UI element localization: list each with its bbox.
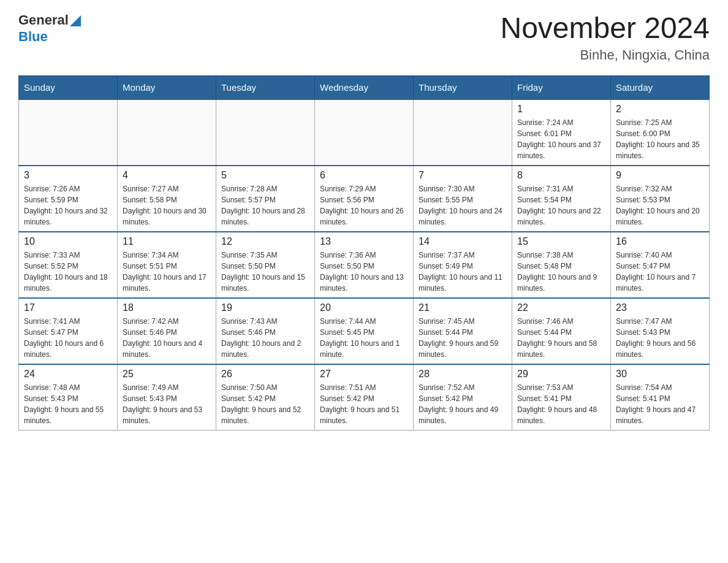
day-info: Sunrise: 7:35 AM Sunset: 5:50 PM Dayligh…: [221, 250, 309, 294]
day-number: 11: [123, 236, 211, 247]
day-info: Sunrise: 7:42 AM Sunset: 5:46 PM Dayligh…: [123, 316, 211, 360]
day-number: 29: [517, 369, 605, 380]
day-number: 4: [123, 170, 211, 181]
day-number: 28: [419, 369, 507, 380]
location-title: Binhe, Ningxia, China: [500, 47, 710, 63]
calendar-cell: 24Sunrise: 7:48 AM Sunset: 5:43 PM Dayli…: [19, 364, 118, 431]
calendar-cell: 13Sunrise: 7:36 AM Sunset: 5:50 PM Dayli…: [315, 232, 414, 298]
calendar-cell: 7Sunrise: 7:30 AM Sunset: 5:55 PM Daylig…: [414, 166, 512, 232]
day-info: Sunrise: 7:31 AM Sunset: 5:54 PM Dayligh…: [517, 183, 605, 228]
day-info: Sunrise: 7:34 AM Sunset: 5:51 PM Dayligh…: [123, 250, 211, 294]
day-info: Sunrise: 7:26 AM Sunset: 5:59 PM Dayligh…: [24, 183, 112, 228]
day-number: 27: [320, 369, 408, 380]
day-info: Sunrise: 7:51 AM Sunset: 5:42 PM Dayligh…: [320, 382, 408, 426]
day-number: 9: [616, 170, 704, 181]
calendar-cell: [118, 99, 216, 166]
day-info: Sunrise: 7:30 AM Sunset: 5:55 PM Dayligh…: [419, 183, 507, 228]
day-info: Sunrise: 7:25 AM Sunset: 6:00 PM Dayligh…: [616, 117, 704, 161]
day-number: 10: [24, 236, 112, 247]
day-info: Sunrise: 7:24 AM Sunset: 6:01 PM Dayligh…: [517, 117, 605, 161]
week-row-2: 3Sunrise: 7:26 AM Sunset: 5:59 PM Daylig…: [19, 166, 710, 232]
calendar-cell: 9Sunrise: 7:32 AM Sunset: 5:53 PM Daylig…: [611, 166, 710, 232]
day-number: 25: [123, 369, 211, 380]
day-info: Sunrise: 7:38 AM Sunset: 5:48 PM Dayligh…: [517, 250, 605, 294]
day-number: 7: [419, 170, 507, 181]
svg-marker-0: [70, 15, 81, 26]
day-number: 21: [419, 302, 507, 313]
logo: General Blue: [18, 12, 81, 45]
day-number: 15: [517, 236, 605, 247]
calendar-cell: 17Sunrise: 7:41 AM Sunset: 5:47 PM Dayli…: [19, 298, 118, 364]
col-thursday: Thursday: [414, 75, 512, 99]
day-number: 5: [221, 170, 309, 181]
logo-text-blue: Blue: [18, 29, 48, 44]
day-number: 14: [419, 236, 507, 247]
calendar-cell: [19, 99, 118, 166]
day-info: Sunrise: 7:49 AM Sunset: 5:43 PM Dayligh…: [123, 382, 211, 426]
day-info: Sunrise: 7:54 AM Sunset: 5:41 PM Dayligh…: [616, 382, 704, 426]
day-info: Sunrise: 7:43 AM Sunset: 5:46 PM Dayligh…: [221, 316, 309, 360]
calendar-cell: 12Sunrise: 7:35 AM Sunset: 5:50 PM Dayli…: [216, 232, 315, 298]
calendar-header-row: Sunday Monday Tuesday Wednesday Thursday…: [19, 75, 710, 99]
day-info: Sunrise: 7:40 AM Sunset: 5:47 PM Dayligh…: [616, 250, 704, 294]
day-info: Sunrise: 7:52 AM Sunset: 5:42 PM Dayligh…: [419, 382, 507, 426]
calendar-cell: 6Sunrise: 7:29 AM Sunset: 5:56 PM Daylig…: [315, 166, 414, 232]
calendar-cell: 1Sunrise: 7:24 AM Sunset: 6:01 PM Daylig…: [512, 99, 611, 166]
day-number: 8: [517, 170, 605, 181]
week-row-5: 24Sunrise: 7:48 AM Sunset: 5:43 PM Dayli…: [19, 364, 710, 431]
calendar-cell: 22Sunrise: 7:46 AM Sunset: 5:44 PM Dayli…: [512, 298, 611, 364]
week-row-1: 1Sunrise: 7:24 AM Sunset: 6:01 PM Daylig…: [19, 99, 710, 166]
calendar-cell: 18Sunrise: 7:42 AM Sunset: 5:46 PM Dayli…: [118, 298, 216, 364]
week-row-4: 17Sunrise: 7:41 AM Sunset: 5:47 PM Dayli…: [19, 298, 710, 364]
calendar-cell: 26Sunrise: 7:50 AM Sunset: 5:42 PM Dayli…: [216, 364, 315, 431]
day-info: Sunrise: 7:32 AM Sunset: 5:53 PM Dayligh…: [616, 183, 704, 228]
day-info: Sunrise: 7:48 AM Sunset: 5:43 PM Dayligh…: [24, 382, 112, 426]
col-tuesday: Tuesday: [216, 75, 315, 99]
day-number: 17: [24, 302, 112, 313]
calendar-cell: 4Sunrise: 7:27 AM Sunset: 5:58 PM Daylig…: [118, 166, 216, 232]
day-info: Sunrise: 7:53 AM Sunset: 5:41 PM Dayligh…: [517, 382, 605, 426]
day-info: Sunrise: 7:46 AM Sunset: 5:44 PM Dayligh…: [517, 316, 605, 360]
week-row-3: 10Sunrise: 7:33 AM Sunset: 5:52 PM Dayli…: [19, 232, 710, 298]
calendar-cell: 20Sunrise: 7:44 AM Sunset: 5:45 PM Dayli…: [315, 298, 414, 364]
calendar-cell: 29Sunrise: 7:53 AM Sunset: 5:41 PM Dayli…: [512, 364, 611, 431]
calendar-cell: 10Sunrise: 7:33 AM Sunset: 5:52 PM Dayli…: [19, 232, 118, 298]
day-number: 12: [221, 236, 309, 247]
day-number: 24: [24, 369, 112, 380]
day-number: 3: [24, 170, 112, 181]
day-number: 30: [616, 369, 704, 380]
calendar-cell: 8Sunrise: 7:31 AM Sunset: 5:54 PM Daylig…: [512, 166, 611, 232]
day-info: Sunrise: 7:33 AM Sunset: 5:52 PM Dayligh…: [24, 250, 112, 294]
calendar-cell: [216, 99, 315, 166]
day-number: 2: [616, 104, 704, 115]
calendar-cell: 14Sunrise: 7:37 AM Sunset: 5:49 PM Dayli…: [414, 232, 512, 298]
calendar-cell: 21Sunrise: 7:45 AM Sunset: 5:44 PM Dayli…: [414, 298, 512, 364]
month-title: November 2024: [500, 12, 710, 45]
day-number: 18: [123, 302, 211, 313]
day-number: 13: [320, 236, 408, 247]
calendar-cell: 11Sunrise: 7:34 AM Sunset: 5:51 PM Dayli…: [118, 232, 216, 298]
calendar-cell: 30Sunrise: 7:54 AM Sunset: 5:41 PM Dayli…: [611, 364, 710, 431]
calendar-cell: 27Sunrise: 7:51 AM Sunset: 5:42 PM Dayli…: [315, 364, 414, 431]
day-info: Sunrise: 7:37 AM Sunset: 5:49 PM Dayligh…: [419, 250, 507, 294]
day-number: 16: [616, 236, 704, 247]
day-number: 20: [320, 302, 408, 313]
col-monday: Monday: [118, 75, 216, 99]
calendar-cell: 25Sunrise: 7:49 AM Sunset: 5:43 PM Dayli…: [118, 364, 216, 431]
calendar-cell: 2Sunrise: 7:25 AM Sunset: 6:00 PM Daylig…: [611, 99, 710, 166]
calendar-table: Sunday Monday Tuesday Wednesday Thursday…: [18, 75, 710, 431]
col-friday: Friday: [512, 75, 611, 99]
day-info: Sunrise: 7:47 AM Sunset: 5:43 PM Dayligh…: [616, 316, 704, 360]
day-info: Sunrise: 7:29 AM Sunset: 5:56 PM Dayligh…: [320, 183, 408, 228]
logo-icon: [70, 15, 81, 29]
calendar-cell: 28Sunrise: 7:52 AM Sunset: 5:42 PM Dayli…: [414, 364, 512, 431]
day-info: Sunrise: 7:36 AM Sunset: 5:50 PM Dayligh…: [320, 250, 408, 294]
calendar-cell: 3Sunrise: 7:26 AM Sunset: 5:59 PM Daylig…: [19, 166, 118, 232]
calendar-cell: 5Sunrise: 7:28 AM Sunset: 5:57 PM Daylig…: [216, 166, 315, 232]
day-number: 23: [616, 302, 704, 313]
day-info: Sunrise: 7:45 AM Sunset: 5:44 PM Dayligh…: [419, 316, 507, 360]
day-number: 1: [517, 104, 605, 115]
col-sunday: Sunday: [19, 75, 118, 99]
calendar-cell: [315, 99, 414, 166]
day-number: 26: [221, 369, 309, 380]
